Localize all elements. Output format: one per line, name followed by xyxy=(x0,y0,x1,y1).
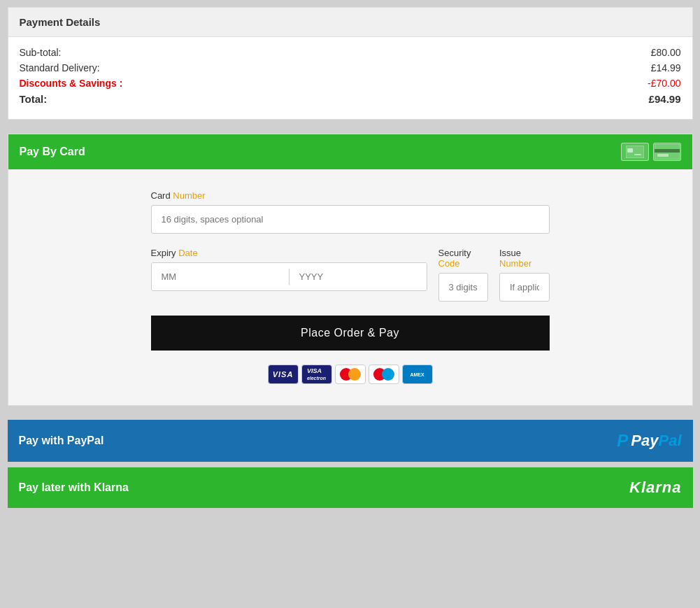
mastercard-logo xyxy=(335,365,366,384)
issue-input[interactable] xyxy=(499,273,550,302)
payment-details-body: Sub-total: £80.00 Standard Delivery: £14… xyxy=(8,37,692,119)
card-icons-header xyxy=(621,143,681,161)
pay-by-card-section: Pay By Card xyxy=(8,134,693,406)
form-container: Card Number Expiry Date xyxy=(151,190,550,384)
subtotal-row: Sub-total: £80.00 xyxy=(20,47,681,58)
card-number-input[interactable] xyxy=(151,205,550,234)
amex-logo: AMEX xyxy=(402,365,433,384)
svg-rect-4 xyxy=(655,149,680,153)
subtotal-label: Sub-total: xyxy=(20,47,62,58)
total-row: Total: £94.99 xyxy=(20,93,681,105)
paypal-section[interactable]: Pay with PayPal P PayPal xyxy=(8,420,693,462)
place-order-button[interactable]: Place Order & Pay xyxy=(151,316,550,351)
issue-group: Issue Number xyxy=(499,248,550,302)
expiry-yyyy-input[interactable] xyxy=(290,263,427,290)
payment-details-section: Payment Details Sub-total: £80.00 Standa… xyxy=(8,7,693,120)
discounts-value: -£70.00 xyxy=(648,78,680,89)
klarna-logo-text: Klarna xyxy=(629,479,681,496)
paypal-pay-text: Pay xyxy=(631,432,658,449)
subtotal-value: £80.00 xyxy=(651,47,681,58)
paypal-logo: P PayPal xyxy=(617,431,681,451)
pay-by-card-header: Pay By Card xyxy=(8,134,692,169)
svg-rect-1 xyxy=(627,148,633,153)
security-label: Security Code xyxy=(438,248,489,269)
card-number-group: Card Number xyxy=(151,190,550,234)
issue-label-highlight: Number xyxy=(499,258,531,269)
card-number-label: Card Number xyxy=(151,190,550,201)
expiry-inputs xyxy=(151,262,427,291)
paypal-text: PayPal xyxy=(631,432,681,450)
visa-logo: VISA xyxy=(268,365,299,384)
delivery-value: £14.99 xyxy=(651,62,681,73)
klarna-section[interactable]: Pay later with Klarna Klarna xyxy=(8,467,693,508)
payment-details-title: Payment Details xyxy=(20,16,101,28)
card-logos: VISA VISAelectron AMEX xyxy=(151,365,550,384)
security-input[interactable] xyxy=(438,273,489,302)
visa-electron-logo: VISAelectron xyxy=(301,365,332,384)
security-group: Security Code xyxy=(438,248,489,302)
discounts-row: Discounts & Savings : -£70.00 xyxy=(20,78,681,89)
paypal-p-icon: P xyxy=(617,431,628,451)
header-card-icon-2 xyxy=(653,143,681,161)
discounts-label: Discounts & Savings : xyxy=(20,78,123,89)
expiry-label: Expiry Date xyxy=(151,248,427,258)
page-wrapper: Payment Details Sub-total: £80.00 Standa… xyxy=(8,7,693,508)
delivery-label: Standard Delivery: xyxy=(20,62,100,73)
svg-rect-5 xyxy=(657,154,669,157)
issue-label: Issue Number xyxy=(499,248,550,269)
security-label-highlight: Code xyxy=(438,258,460,269)
card-number-label-highlight: Number xyxy=(173,190,205,201)
maestro-logo xyxy=(369,365,399,384)
delivery-row: Standard Delivery: £14.99 xyxy=(20,62,681,73)
total-value: £94.99 xyxy=(649,93,681,105)
header-card-icon-1 xyxy=(621,143,649,161)
svg-rect-2 xyxy=(634,154,641,155)
pay-by-card-body: Card Number Expiry Date xyxy=(8,169,692,405)
expiry-group: Expiry Date xyxy=(151,248,427,302)
expiry-label-highlight: Date xyxy=(178,248,197,258)
klarna-logo: Klarna xyxy=(629,479,681,497)
klarna-label: Pay later with Klarna xyxy=(19,481,129,494)
paypal-label: Pay with PayPal xyxy=(19,434,104,447)
payment-details-header: Payment Details xyxy=(8,8,692,37)
paypal-pal-text: Pal xyxy=(658,432,681,449)
expiry-mm-input[interactable] xyxy=(152,263,289,290)
pay-by-card-title: Pay By Card xyxy=(20,146,85,158)
card-details-row: Expiry Date Security Code xyxy=(151,248,550,302)
total-label: Total: xyxy=(20,93,48,105)
